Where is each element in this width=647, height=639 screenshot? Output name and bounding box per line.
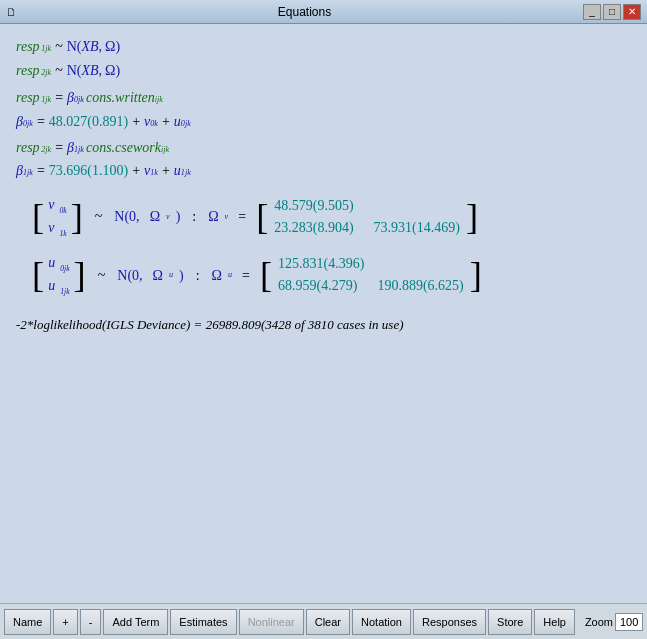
v-m11: 48.579(9.505) [274, 195, 353, 217]
equation-line-2: resp 2jk ~ N(XB, Ω) [16, 60, 631, 82]
u-matrix-container: [ u 0jk u 1jk ] ~ N(0, Ω u ) : Ω u = [ [32, 250, 631, 300]
estimates-button[interactable]: Estimates [170, 609, 236, 635]
equation-line-3: resp 1jk = β 0jk cons.written ijk [16, 87, 631, 109]
zoom-value[interactable]: 100 [615, 613, 643, 631]
minus-button[interactable]: - [80, 609, 102, 635]
u-m21: 68.959(4.279) [278, 275, 357, 297]
title-bar: 🗋 Equations _ □ ✕ [0, 0, 647, 24]
v-m21: 23.283(8.904) [274, 217, 353, 239]
toolbar: Name + - Add Term Estimates Nonlinear Cl… [0, 603, 647, 639]
v-matrix-container: [ v 0k v 1k ] ~ N(0, Ω v ) : Ω v = [ [32, 192, 631, 242]
u-m22: 190.889(6.625) [377, 275, 463, 297]
help-button[interactable]: Help [534, 609, 575, 635]
equation-line-6: β 1jk = 73.696(1.100) + v 1k + u 1jk [16, 160, 631, 182]
window-title: Equations [26, 5, 583, 19]
resp-1: resp [16, 36, 40, 58]
v-matrix-values: [ 48.579(9.505) 23.283(8.904) 73.931(14.… [256, 193, 478, 242]
equation-line-1: resp 1jk ~ N(XB, Ω) [16, 36, 631, 58]
maximize-button[interactable]: □ [603, 4, 621, 20]
window-controls[interactable]: _ □ ✕ [583, 4, 641, 20]
u-matrix-values: [ 125.831(4.396) 68.959(4.279) 190.889(6… [260, 251, 482, 300]
equation-line-5: resp 2jk = β 1jk cons.csework ijk [16, 137, 631, 159]
u-vector-bracket: [ u 0jk u 1jk ] [32, 250, 86, 300]
title-bar-icon-left[interactable]: 🗋 [6, 6, 26, 18]
notation-button[interactable]: Notation [352, 609, 411, 635]
clear-button[interactable]: Clear [306, 609, 350, 635]
zoom-container: Zoom 100 [585, 613, 643, 631]
v-vector-bracket: [ v 0k v 1k ] [32, 192, 83, 242]
add-term-button[interactable]: Add Term [103, 609, 168, 635]
name-button[interactable]: Name [4, 609, 51, 635]
responses-button[interactable]: Responses [413, 609, 486, 635]
resp-1-sub: 1jk [40, 43, 52, 56]
equation-line-4: β 0jk = 48.027(0.891) + v 0k + u 0jk [16, 111, 631, 133]
store-button[interactable]: Store [488, 609, 532, 635]
v-m22: 73.931(14.469) [374, 217, 460, 239]
minimize-button[interactable]: _ [583, 4, 601, 20]
plus-button[interactable]: + [53, 609, 77, 635]
nonlinear-button[interactable]: Nonlinear [239, 609, 304, 635]
equation-content: resp 1jk ~ N(XB, Ω) resp 2jk ~ N(XB, Ω) … [0, 24, 647, 603]
u-m11: 125.831(4.396) [278, 253, 364, 275]
close-button[interactable]: ✕ [623, 4, 641, 20]
zoom-label: Zoom [585, 616, 613, 628]
deviance-line: -2*loglikelihood(IGLS Deviance) = 26989.… [16, 315, 631, 335]
